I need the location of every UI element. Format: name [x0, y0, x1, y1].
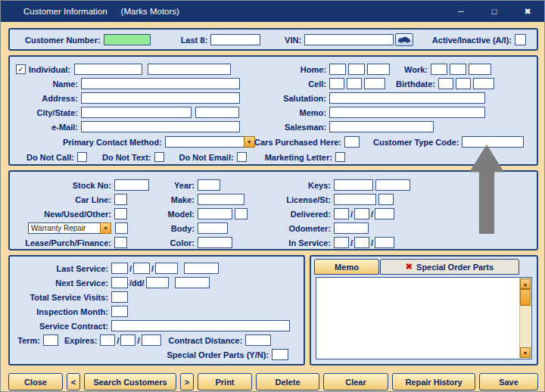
service-type-flag-input[interactable] — [115, 222, 128, 234]
memo-input[interactable] — [329, 107, 485, 118]
home-phone-3[interactable] — [367, 64, 390, 75]
in-service-day-input[interactable] — [354, 237, 369, 248]
active-inactive-input[interactable] — [515, 34, 526, 45]
name-label: Name: — [14, 79, 78, 89]
clear-button[interactable]: Clear — [323, 373, 388, 390]
cell-phone-1[interactable] — [329, 78, 344, 89]
chevron-down-icon[interactable]: ▼ — [100, 222, 111, 234]
next-record-button[interactable]: > — [180, 373, 194, 390]
lease-purch-finance-label: Lease/Purch/Finance: — [16, 238, 111, 247]
salutation-input[interactable] — [329, 92, 485, 104]
address-input[interactable] — [81, 92, 240, 104]
delivered-month-input[interactable] — [334, 208, 349, 219]
prev-record-button[interactable]: < — [67, 373, 80, 390]
email-input[interactable] — [81, 121, 240, 132]
salesman-input[interactable] — [329, 121, 434, 132]
individual-input-2[interactable] — [148, 64, 231, 75]
individual-input-1[interactable] — [74, 64, 142, 75]
delivered-year-input[interactable] — [375, 208, 394, 219]
close-button[interactable]: Close — [8, 373, 63, 390]
inspection-month-input[interactable] — [111, 306, 128, 317]
customer-type-code-input[interactable] — [462, 136, 524, 148]
work-phone-3[interactable] — [469, 64, 491, 75]
in-service-month-input[interactable] — [334, 237, 349, 248]
close-icon[interactable]: ✖ — [511, 1, 544, 22]
cell-phone-3[interactable] — [364, 78, 385, 89]
lease-purch-finance-input[interactable] — [114, 237, 127, 248]
print-button[interactable]: Print — [198, 373, 252, 390]
tab-special-order-parts[interactable]: ✖ Special Order Parts — [380, 259, 519, 275]
model-code-input[interactable] — [235, 208, 248, 219]
home-phone-2[interactable] — [348, 64, 365, 75]
save-button[interactable]: Save — [479, 373, 538, 390]
odometer-input[interactable] — [334, 222, 369, 234]
in-service-year-input[interactable] — [375, 237, 394, 248]
cars-purchased-input[interactable] — [344, 136, 360, 148]
last8-input[interactable] — [210, 34, 260, 45]
color-input[interactable] — [198, 237, 232, 248]
last-service-day-input[interactable] — [133, 263, 150, 274]
memo-textarea[interactable]: ▲ ▼ — [316, 277, 532, 359]
scrollbar-track[interactable] — [520, 306, 531, 347]
delete-button[interactable]: Delete — [256, 373, 319, 390]
name-input[interactable] — [81, 78, 240, 89]
next-service-year-input[interactable] — [146, 277, 169, 288]
memo-scrollbar[interactable]: ▲ ▼ — [519, 278, 531, 358]
new-used-other-input[interactable] — [114, 208, 127, 219]
window-subtitle: (Marks Motors) — [121, 7, 179, 16]
last-service-year-input[interactable] — [155, 263, 178, 274]
scrollbar-thumb[interactable] — [520, 289, 531, 306]
state-input[interactable] — [195, 107, 239, 118]
home-phone-1[interactable] — [329, 64, 346, 75]
repair-history-button[interactable]: Repair History — [392, 373, 475, 390]
car-line-label: Car Line: — [16, 195, 111, 204]
work-phone-2[interactable] — [450, 64, 466, 75]
minimize-icon[interactable]: ─ — [444, 1, 478, 22]
cell-phone-2[interactable] — [347, 78, 362, 89]
make-input[interactable] — [198, 194, 244, 205]
slash-separator: / — [129, 264, 132, 273]
service-contract-input[interactable] — [111, 320, 290, 331]
birthdate-day-input[interactable] — [456, 78, 471, 89]
primary-contact-select[interactable] — [165, 136, 244, 148]
birthdate-year-input[interactable] — [473, 78, 494, 89]
term-input[interactable] — [43, 334, 58, 346]
car-line-input[interactable] — [114, 194, 127, 205]
do-not-email-checkbox[interactable] — [237, 152, 247, 162]
vin-decode-button[interactable] — [395, 33, 413, 46]
next-service-month-input[interactable] — [111, 277, 128, 288]
individual-checkbox[interactable]: ✓ — [16, 64, 26, 74]
contract-distance-input[interactable] — [245, 334, 271, 346]
delivered-day-input[interactable] — [354, 208, 369, 219]
marketing-letter-checkbox[interactable] — [335, 152, 345, 162]
scroll-down-icon[interactable]: ▼ — [520, 347, 531, 358]
expires-year-input[interactable] — [142, 334, 161, 346]
expires-month-input[interactable] — [100, 334, 115, 346]
do-not-call-checkbox[interactable] — [77, 152, 87, 162]
tab-memo[interactable]: Memo — [314, 259, 379, 275]
model-input[interactable] — [198, 208, 232, 219]
search-customers-button[interactable]: Search Customers — [84, 373, 176, 390]
service-type-select[interactable]: Warranty Repair — [28, 222, 100, 234]
stock-no-input[interactable] — [114, 179, 149, 191]
scroll-up-icon[interactable]: ▲ — [520, 278, 531, 289]
keys-input-2[interactable] — [375, 179, 410, 191]
last-service-month-input[interactable] — [111, 263, 128, 274]
keys-input-1[interactable] — [334, 179, 373, 191]
year-input[interactable] — [198, 179, 220, 191]
expires-day-input[interactable] — [120, 334, 135, 346]
license-state-input[interactable] — [378, 194, 394, 205]
last-service-extra-input[interactable] — [184, 263, 219, 274]
vin-input[interactable] — [304, 34, 394, 45]
license-input[interactable] — [334, 194, 376, 205]
next-service-extra-input[interactable] — [175, 277, 210, 288]
special-order-parts-input[interactable] — [272, 349, 288, 360]
customer-number-input[interactable] — [104, 34, 151, 45]
maximize-icon[interactable]: □ — [478, 1, 511, 22]
birthdate-month-input[interactable] — [438, 78, 453, 89]
do-not-text-checkbox[interactable] — [154, 152, 164, 162]
total-service-visits-input[interactable] — [111, 291, 128, 303]
body-input[interactable] — [198, 222, 228, 234]
city-input[interactable] — [81, 107, 192, 118]
work-phone-1[interactable] — [431, 64, 447, 75]
